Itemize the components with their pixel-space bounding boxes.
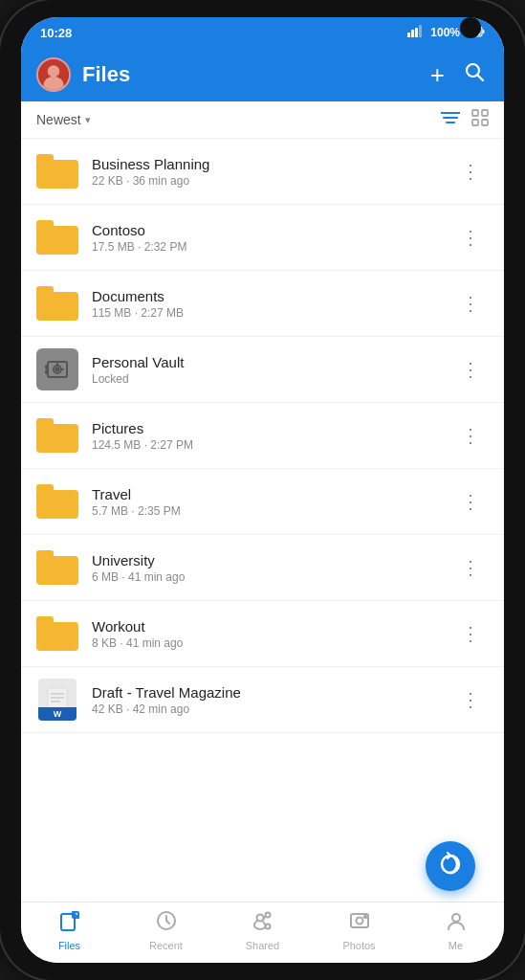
file-name: Pictures — [92, 420, 440, 436]
svg-rect-15 — [472, 110, 478, 116]
me-icon — [446, 910, 467, 937]
page-title: Files — [82, 62, 415, 87]
folder-icon — [36, 216, 78, 258]
more-options-button[interactable]: ⋮ — [453, 420, 489, 451]
list-item[interactable]: Pictures 124.5 MB · 2:27 PM ⋮ — [21, 403, 504, 469]
nav-me[interactable]: Me — [407, 910, 504, 951]
file-meta: 8 KB · 41 min ago — [92, 636, 440, 650]
fab-icon — [438, 852, 463, 880]
svg-rect-18 — [482, 120, 488, 125]
more-options-button[interactable]: ⋮ — [453, 618, 489, 649]
more-options-button[interactable]: ⋮ — [453, 486, 489, 517]
svg-rect-25 — [46, 370, 48, 373]
more-options-button[interactable]: ⋮ — [453, 684, 489, 715]
folder-icon — [36, 282, 78, 324]
add-button[interactable]: + — [427, 56, 448, 94]
list-item[interactable]: W Draft - Travel Magazine 42 KB · 42 min… — [21, 667, 504, 733]
app-header: Files + — [21, 48, 504, 101]
phone-frame: 10:28 100% — [0, 0, 525, 980]
camera-notch — [460, 17, 481, 38]
list-item[interactable]: Documents 115 MB · 2:27 MB ⋮ — [21, 271, 504, 337]
file-info: Personal Vault Locked — [92, 354, 440, 386]
svg-point-40 — [452, 914, 460, 922]
svg-point-38 — [356, 918, 362, 924]
svg-rect-1 — [411, 30, 414, 37]
svg-point-8 — [48, 65, 59, 77]
svg-rect-24 — [46, 366, 48, 368]
folder-icon — [36, 150, 78, 192]
more-options-button[interactable]: ⋮ — [453, 288, 489, 319]
file-meta: 115 MB · 2:27 MB — [92, 306, 440, 320]
search-button[interactable] — [460, 57, 489, 92]
nav-photos-label: Photos — [342, 940, 375, 951]
list-item[interactable]: University 6 MB · 41 min ago ⋮ — [21, 535, 504, 601]
sort-label: Newest — [36, 112, 81, 127]
list-item[interactable]: Business Planning 22 KB · 36 min ago ⋮ — [21, 139, 504, 205]
nav-me-label: Me — [448, 940, 463, 951]
file-name: Draft - Travel Magazine — [92, 684, 440, 701]
more-options-button[interactable]: ⋮ — [453, 552, 489, 583]
list-item[interactable]: Travel 5.7 MB · 2:35 PM ⋮ — [21, 469, 504, 535]
folder-icon — [36, 546, 78, 589]
toolbar: Newest ▾ — [21, 101, 504, 139]
svg-point-39 — [363, 916, 365, 918]
status-bar: 10:28 100% — [21, 17, 504, 48]
folder-icon — [36, 612, 78, 655]
list-item[interactable]: Contoso 17.5 MB · 2:32 PM ⋮ — [21, 205, 504, 271]
svg-line-11 — [478, 76, 484, 81]
signal-icon — [407, 25, 425, 40]
recent-icon — [156, 910, 177, 937]
file-meta: 6 MB · 41 min ago — [92, 570, 440, 584]
shared-icon — [252, 910, 273, 937]
file-info: Business Planning 22 KB · 36 min ago — [92, 156, 440, 188]
file-info: Pictures 124.5 MB · 2:27 PM — [92, 420, 440, 452]
nav-recent[interactable]: Recent — [118, 910, 214, 951]
file-meta: 124.5 MB · 2:27 PM — [92, 438, 440, 452]
list-item[interactable]: Workout 8 KB · 41 min ago ⋮ — [21, 601, 504, 667]
folder-icon — [36, 414, 78, 457]
more-options-button[interactable]: ⋮ — [453, 222, 489, 253]
file-name: University — [92, 552, 440, 568]
file-name: Personal Vault — [92, 354, 440, 370]
nav-recent-label: Recent — [149, 940, 183, 951]
files-icon — [59, 910, 80, 937]
sort-chevron-icon: ▾ — [85, 114, 91, 126]
svg-rect-6 — [483, 30, 485, 33]
nav-shared[interactable]: Shared — [214, 910, 311, 951]
view-toggle — [441, 109, 489, 130]
more-options-button[interactable]: ⋮ — [453, 156, 489, 187]
file-info: Contoso 17.5 MB · 2:32 PM — [92, 222, 440, 254]
file-name: Contoso — [92, 222, 440, 238]
file-meta: 42 KB · 42 min ago — [92, 702, 440, 716]
file-name: Travel — [92, 486, 440, 502]
svg-rect-2 — [415, 28, 418, 37]
filter-icon[interactable] — [441, 110, 460, 129]
folder-icon — [36, 480, 78, 523]
nav-files[interactable]: Files — [21, 910, 118, 951]
file-meta: 22 KB · 36 min ago — [92, 174, 440, 188]
avatar[interactable] — [36, 57, 71, 92]
svg-rect-0 — [407, 33, 410, 37]
photos-icon — [349, 910, 370, 937]
more-options-button[interactable]: ⋮ — [453, 354, 489, 385]
file-name: Documents — [92, 288, 440, 304]
vault-icon — [36, 348, 78, 390]
status-time: 10:28 — [40, 26, 72, 40]
battery-percent: 100% — [430, 26, 460, 39]
file-info: Workout 8 KB · 41 min ago — [92, 618, 440, 650]
fab-button[interactable] — [426, 841, 475, 891]
nav-files-label: Files — [58, 940, 80, 951]
nav-shared-label: Shared — [246, 940, 279, 951]
svg-rect-17 — [472, 120, 478, 125]
file-meta: 17.5 MB · 2:32 PM — [92, 240, 440, 254]
file-info: Travel 5.7 MB · 2:35 PM — [92, 486, 440, 518]
phone-screen: 10:28 100% — [21, 17, 504, 963]
sort-button[interactable]: Newest ▾ — [36, 112, 91, 127]
file-info: University 6 MB · 41 min ago — [92, 552, 440, 584]
grid-view-icon[interactable] — [471, 109, 489, 130]
list-item[interactable]: Personal Vault Locked ⋮ — [21, 337, 504, 403]
file-info: Documents 115 MB · 2:27 MB — [92, 288, 440, 320]
file-list: Business Planning 22 KB · 36 min ago ⋮ C… — [21, 139, 504, 902]
nav-photos[interactable]: Photos — [311, 910, 407, 951]
svg-rect-16 — [482, 110, 488, 116]
